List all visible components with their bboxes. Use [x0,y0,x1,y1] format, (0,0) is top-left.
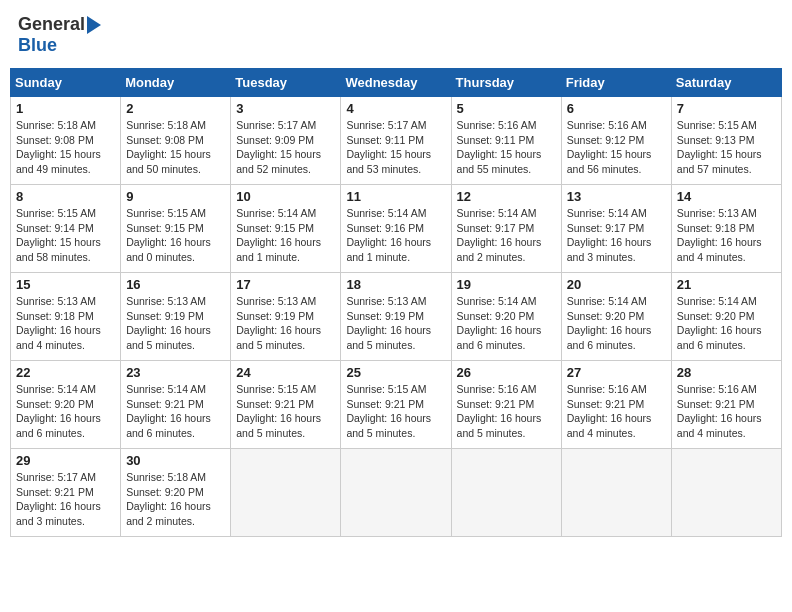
header-tuesday: Tuesday [231,69,341,97]
day-number: 14 [677,189,776,204]
calendar-cell: 20Sunrise: 5:14 AMSunset: 9:20 PMDayligh… [561,273,671,361]
day-number: 18 [346,277,445,292]
day-number: 10 [236,189,335,204]
day-number: 3 [236,101,335,116]
cell-info: Sunrise: 5:15 AMSunset: 9:13 PMDaylight:… [677,119,762,175]
header-friday: Friday [561,69,671,97]
day-number: 7 [677,101,776,116]
cell-info: Sunrise: 5:15 AMSunset: 9:15 PMDaylight:… [126,207,211,263]
cell-info: Sunrise: 5:14 AMSunset: 9:17 PMDaylight:… [457,207,542,263]
calendar-cell: 12Sunrise: 5:14 AMSunset: 9:17 PMDayligh… [451,185,561,273]
day-number: 24 [236,365,335,380]
day-number: 22 [16,365,115,380]
cell-info: Sunrise: 5:14 AMSunset: 9:16 PMDaylight:… [346,207,431,263]
day-number: 1 [16,101,115,116]
calendar-cell: 23Sunrise: 5:14 AMSunset: 9:21 PMDayligh… [121,361,231,449]
calendar-cell: 11Sunrise: 5:14 AMSunset: 9:16 PMDayligh… [341,185,451,273]
calendar-week-row: 22Sunrise: 5:14 AMSunset: 9:20 PMDayligh… [11,361,782,449]
calendar-cell: 13Sunrise: 5:14 AMSunset: 9:17 PMDayligh… [561,185,671,273]
calendar-cell: 9Sunrise: 5:15 AMSunset: 9:15 PMDaylight… [121,185,231,273]
cell-info: Sunrise: 5:18 AMSunset: 9:20 PMDaylight:… [126,471,211,527]
cell-info: Sunrise: 5:14 AMSunset: 9:20 PMDaylight:… [567,295,652,351]
calendar-week-row: 29Sunrise: 5:17 AMSunset: 9:21 PMDayligh… [11,449,782,537]
calendar-cell: 8Sunrise: 5:15 AMSunset: 9:14 PMDaylight… [11,185,121,273]
header-sunday: Sunday [11,69,121,97]
cell-info: Sunrise: 5:14 AMSunset: 9:20 PMDaylight:… [677,295,762,351]
cell-info: Sunrise: 5:14 AMSunset: 9:17 PMDaylight:… [567,207,652,263]
calendar-cell [451,449,561,537]
day-number: 11 [346,189,445,204]
calendar-cell: 10Sunrise: 5:14 AMSunset: 9:15 PMDayligh… [231,185,341,273]
day-number: 23 [126,365,225,380]
calendar-cell [671,449,781,537]
page-header: General Blue [10,10,782,60]
cell-info: Sunrise: 5:17 AMSunset: 9:09 PMDaylight:… [236,119,321,175]
cell-info: Sunrise: 5:15 AMSunset: 9:21 PMDaylight:… [346,383,431,439]
day-number: 15 [16,277,115,292]
day-number: 25 [346,365,445,380]
calendar-cell: 19Sunrise: 5:14 AMSunset: 9:20 PMDayligh… [451,273,561,361]
logo-general-text: General [18,14,85,35]
calendar-cell: 29Sunrise: 5:17 AMSunset: 9:21 PMDayligh… [11,449,121,537]
logo: General Blue [18,14,103,56]
cell-info: Sunrise: 5:17 AMSunset: 9:21 PMDaylight:… [16,471,101,527]
day-number: 26 [457,365,556,380]
cell-info: Sunrise: 5:16 AMSunset: 9:12 PMDaylight:… [567,119,652,175]
day-number: 16 [126,277,225,292]
calendar-cell [561,449,671,537]
day-number: 21 [677,277,776,292]
cell-info: Sunrise: 5:15 AMSunset: 9:21 PMDaylight:… [236,383,321,439]
cell-info: Sunrise: 5:15 AMSunset: 9:14 PMDaylight:… [16,207,101,263]
cell-info: Sunrise: 5:13 AMSunset: 9:19 PMDaylight:… [236,295,321,351]
header-wednesday: Wednesday [341,69,451,97]
cell-info: Sunrise: 5:13 AMSunset: 9:19 PMDaylight:… [126,295,211,351]
day-number: 29 [16,453,115,468]
header-monday: Monday [121,69,231,97]
day-number: 6 [567,101,666,116]
day-number: 27 [567,365,666,380]
logo-blue-text: Blue [18,35,57,55]
cell-info: Sunrise: 5:16 AMSunset: 9:21 PMDaylight:… [457,383,542,439]
cell-info: Sunrise: 5:13 AMSunset: 9:19 PMDaylight:… [346,295,431,351]
day-number: 30 [126,453,225,468]
day-number: 9 [126,189,225,204]
calendar-cell: 30Sunrise: 5:18 AMSunset: 9:20 PMDayligh… [121,449,231,537]
calendar-cell: 6Sunrise: 5:16 AMSunset: 9:12 PMDaylight… [561,97,671,185]
cell-info: Sunrise: 5:14 AMSunset: 9:15 PMDaylight:… [236,207,321,263]
header-thursday: Thursday [451,69,561,97]
cell-info: Sunrise: 5:13 AMSunset: 9:18 PMDaylight:… [677,207,762,263]
calendar-cell [231,449,341,537]
day-number: 28 [677,365,776,380]
cell-info: Sunrise: 5:17 AMSunset: 9:11 PMDaylight:… [346,119,431,175]
calendar-cell: 5Sunrise: 5:16 AMSunset: 9:11 PMDaylight… [451,97,561,185]
calendar-week-row: 15Sunrise: 5:13 AMSunset: 9:18 PMDayligh… [11,273,782,361]
calendar-cell: 14Sunrise: 5:13 AMSunset: 9:18 PMDayligh… [671,185,781,273]
calendar-cell: 17Sunrise: 5:13 AMSunset: 9:19 PMDayligh… [231,273,341,361]
cell-info: Sunrise: 5:16 AMSunset: 9:21 PMDaylight:… [567,383,652,439]
calendar-cell: 22Sunrise: 5:14 AMSunset: 9:20 PMDayligh… [11,361,121,449]
calendar-week-row: 1Sunrise: 5:18 AMSunset: 9:08 PMDaylight… [11,97,782,185]
calendar-cell: 21Sunrise: 5:14 AMSunset: 9:20 PMDayligh… [671,273,781,361]
cell-info: Sunrise: 5:16 AMSunset: 9:11 PMDaylight:… [457,119,542,175]
day-number: 19 [457,277,556,292]
calendar-table: SundayMondayTuesdayWednesdayThursdayFrid… [10,68,782,537]
cell-info: Sunrise: 5:18 AMSunset: 9:08 PMDaylight:… [126,119,211,175]
day-number: 20 [567,277,666,292]
day-number: 2 [126,101,225,116]
calendar-cell: 24Sunrise: 5:15 AMSunset: 9:21 PMDayligh… [231,361,341,449]
calendar-cell: 4Sunrise: 5:17 AMSunset: 9:11 PMDaylight… [341,97,451,185]
cell-info: Sunrise: 5:16 AMSunset: 9:21 PMDaylight:… [677,383,762,439]
calendar-cell: 7Sunrise: 5:15 AMSunset: 9:13 PMDaylight… [671,97,781,185]
calendar-cell: 2Sunrise: 5:18 AMSunset: 9:08 PMDaylight… [121,97,231,185]
calendar-header-row: SundayMondayTuesdayWednesdayThursdayFrid… [11,69,782,97]
cell-info: Sunrise: 5:14 AMSunset: 9:20 PMDaylight:… [457,295,542,351]
day-number: 17 [236,277,335,292]
calendar-cell: 3Sunrise: 5:17 AMSunset: 9:09 PMDaylight… [231,97,341,185]
calendar-cell: 18Sunrise: 5:13 AMSunset: 9:19 PMDayligh… [341,273,451,361]
calendar-cell: 1Sunrise: 5:18 AMSunset: 9:08 PMDaylight… [11,97,121,185]
day-number: 13 [567,189,666,204]
header-saturday: Saturday [671,69,781,97]
logo-arrow-icon [87,16,101,34]
calendar-cell: 26Sunrise: 5:16 AMSunset: 9:21 PMDayligh… [451,361,561,449]
cell-info: Sunrise: 5:14 AMSunset: 9:21 PMDaylight:… [126,383,211,439]
